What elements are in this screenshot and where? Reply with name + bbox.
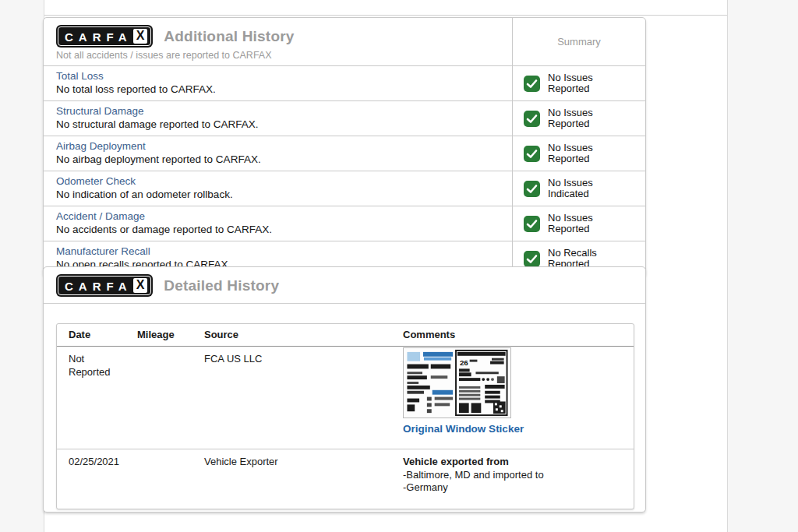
additional-history-section: CARFA X Additional History Not all accid… — [43, 17, 646, 277]
status-line2: Reported — [548, 118, 593, 129]
table-header-row: Date Mileage Source Comments — [57, 324, 634, 347]
cell-mileage — [125, 449, 192, 509]
cell-source: FCA US LLC — [192, 347, 391, 449]
status-badge: No Issues Reported — [512, 65, 645, 100]
history-row-title: Airbag Deployment — [56, 140, 500, 152]
history-row-odometer-check: Odometer Check No indication of an odome… — [44, 171, 512, 206]
detailed-history-section: CARFA X Detailed History Date Mileage So… — [43, 266, 646, 513]
carfax-logo-x: X — [133, 29, 148, 44]
window-sticker-thumbnail[interactable]: 26 — [403, 347, 511, 418]
table-row: Not Reported FCA US LLC — [57, 347, 634, 449]
column-header-date: Date — [57, 324, 125, 346]
cell-mileage — [125, 347, 192, 449]
carfax-logo-x: X — [133, 278, 148, 293]
history-row-description: No indication of an odometer rollback. — [56, 188, 500, 200]
status-badge: No Issues Reported — [512, 100, 645, 136]
original-window-sticker-link[interactable]: Original Window Sticker — [403, 423, 630, 436]
summary-column-header: Summary — [512, 18, 645, 65]
status-line2: Reported — [548, 224, 593, 234]
comment-line: -Germany — [403, 481, 630, 494]
status-text: No Issues Reported — [548, 213, 593, 235]
comment-line: -Baltimore, MD and imported to — [403, 469, 630, 481]
history-row-description: No total loss reported to CARFAX. — [56, 83, 500, 95]
green-check-icon — [524, 181, 540, 197]
status-line1: No Issues — [548, 178, 593, 188]
section-title-detailed-history: Detailed History — [164, 277, 279, 294]
history-row-structural-damage: Structural Damage No structural damage r… — [44, 100, 512, 136]
cell-source: Vehicle Exporter — [192, 449, 391, 509]
status-text: No Issues Reported — [548, 107, 593, 130]
detailed-history-header: CARFA X Detailed History — [44, 267, 645, 304]
additional-history-header: CARFA X Additional History Not all accid… — [44, 18, 512, 65]
history-row-description: No airbag deployment reported to CARFAX. — [56, 153, 500, 165]
section-title-additional-history: Additional History — [164, 28, 294, 45]
carfax-logo-letters: CARFA — [65, 30, 132, 43]
status-line1: No Issues — [548, 72, 593, 83]
status-text: No Issues Indicated — [548, 178, 593, 200]
status-line2: Indicated — [548, 188, 593, 199]
history-row-title: Manufacturer Recall — [56, 245, 500, 257]
status-badge: No Issues Indicated — [512, 171, 645, 206]
comment-title: Vehicle exported from — [403, 456, 630, 468]
history-row-description: No accidents or damage reported to CARFA… — [56, 224, 500, 235]
history-row-title: Structural Damage — [56, 105, 500, 117]
history-row-title: Accident / Damage — [56, 210, 500, 222]
green-check-icon — [524, 216, 540, 232]
column-header-comments: Comments — [391, 324, 634, 346]
status-badge: No Issues Reported — [512, 206, 645, 241]
svg-text:26: 26 — [460, 358, 468, 367]
green-check-icon — [524, 111, 540, 127]
table-row: 02/25/2021 Vehicle Exporter Vehicle expo… — [57, 449, 634, 509]
status-line2: Reported — [548, 83, 593, 94]
status-line1: No Recalls — [548, 248, 597, 259]
status-line1: No Issues — [548, 107, 593, 118]
status-text: No Issues Reported — [548, 72, 593, 95]
history-row-airbag-deployment: Airbag Deployment No airbag deployment r… — [44, 136, 512, 171]
column-header-source: Source — [192, 324, 391, 346]
top-divider — [44, 15, 727, 16]
carfax-logo: CARFA X — [56, 274, 153, 297]
status-line2: Reported — [548, 153, 593, 164]
cell-date: 02/25/2021 — [57, 449, 125, 509]
status-text: No Issues Reported — [548, 143, 593, 165]
status-badge: No Issues Reported — [512, 136, 645, 171]
detailed-history-table: Date Mileage Source Comments Not Reporte… — [56, 323, 634, 509]
carfax-logo: CARFA X — [56, 25, 153, 48]
history-row-description: No structural damage reported to CARFAX. — [56, 118, 500, 130]
cell-comments: Vehicle exported from -Baltimore, MD and… — [391, 449, 634, 509]
green-check-icon — [524, 76, 540, 92]
history-row-title: Total Loss — [56, 70, 500, 82]
column-header-mileage: Mileage — [125, 324, 192, 346]
additional-history-subtitle: Not all accidents / issues are reported … — [56, 50, 500, 61]
green-check-icon — [524, 146, 540, 162]
status-line1: No Issues — [548, 213, 593, 224]
history-row-total-loss: Total Loss No total loss reported to CAR… — [44, 65, 512, 100]
history-row-accident-damage: Accident / Damage No accidents or damage… — [44, 206, 512, 241]
status-line1: No Issues — [548, 143, 593, 153]
cell-date: Not Reported — [57, 347, 125, 449]
green-check-icon — [524, 251, 540, 267]
history-row-title: Odometer Check — [56, 175, 500, 187]
cell-comments: 26 — [391, 347, 634, 449]
carfax-logo-letters: CARFA — [65, 280, 132, 292]
